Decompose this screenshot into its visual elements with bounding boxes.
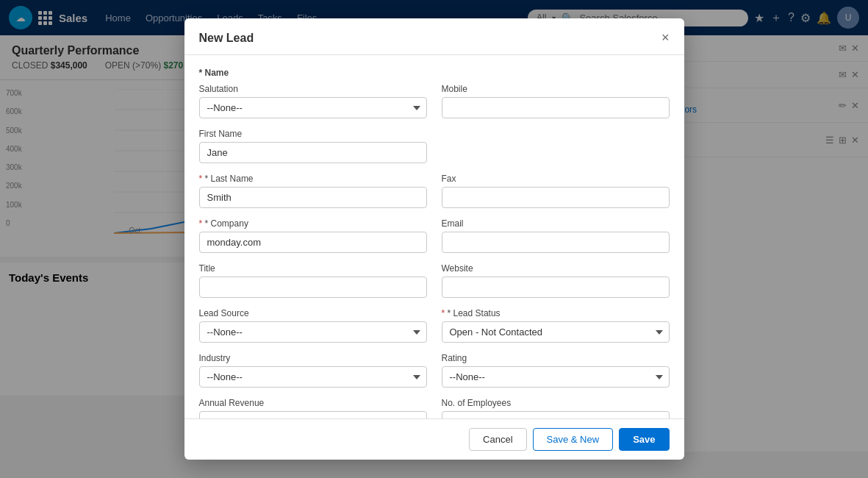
modal-overlay: New Lead × * Name Salutation --None-- Mr… — [0, 0, 868, 478]
cancel-button[interactable]: Cancel — [469, 428, 526, 451]
leadsource-leadstatus-row: Lead Source --None-- Web Phone Inquiry P… — [199, 308, 670, 343]
title-label: Title — [199, 263, 427, 274]
annual-revenue-col: Annual Revenue — [199, 398, 427, 418]
first-name-input[interactable] — [199, 142, 427, 163]
fax-col: Fax — [442, 174, 670, 208]
industry-rating-row: Industry --None-- Agriculture Apparel Ba… — [199, 353, 670, 388]
last-name-label: * Last Name — [199, 174, 427, 184]
modal-dialog: New Lead × * Name Salutation --None-- Mr… — [184, 18, 684, 460]
modal-close-button[interactable]: × — [661, 30, 670, 46]
last-name-fax-row: * Last Name Fax — [199, 174, 670, 208]
industry-label: Industry — [199, 353, 427, 363]
modal-body: * Name Salutation --None-- Mr. Ms. Mrs. … — [184, 55, 684, 418]
salutation-label: Salutation — [199, 84, 427, 94]
name-section-label: * Name — [199, 67, 670, 78]
fax-col-spacer — [442, 129, 670, 163]
lead-status-col: * Lead Status Open - Not Contacted Worki… — [442, 308, 670, 343]
fax-label: Fax — [442, 174, 670, 184]
rating-col: Rating --None-- Hot Warm Cold — [442, 353, 670, 388]
rating-select[interactable]: --None-- Hot Warm Cold — [442, 366, 670, 388]
mobile-input[interactable] — [442, 97, 670, 118]
salutation-mobile-row: Salutation --None-- Mr. Ms. Mrs. Dr. Pro… — [199, 84, 670, 118]
company-label: * Company — [199, 218, 427, 229]
website-input[interactable] — [442, 277, 670, 298]
no-of-employees-label: No. of Employees — [442, 398, 670, 408]
company-col: * Company — [199, 218, 427, 253]
title-input[interactable] — [199, 277, 427, 298]
email-input[interactable] — [442, 232, 670, 253]
modal-header: New Lead × — [184, 18, 684, 55]
lead-source-label: Lead Source — [199, 308, 427, 318]
annual-revenue-label: Annual Revenue — [199, 398, 427, 408]
mobile-col: Mobile — [442, 84, 670, 118]
company-email-row: * Company Email — [199, 218, 670, 253]
first-name-col: First Name — [199, 129, 427, 163]
lead-source-col: Lead Source --None-- Web Phone Inquiry P… — [199, 308, 427, 343]
modal-footer: Cancel Save & New Save — [184, 418, 684, 460]
save-and-new-button[interactable]: Save & New — [533, 428, 614, 451]
no-of-employees-input[interactable] — [442, 411, 670, 418]
salutation-select[interactable]: --None-- Mr. Ms. Mrs. Dr. Prof. — [199, 97, 427, 118]
last-name-col: * Last Name — [199, 174, 427, 208]
rating-label: Rating — [442, 353, 670, 363]
lead-source-select[interactable]: --None-- Web Phone Inquiry Partner Refer… — [199, 321, 427, 343]
mobile-label: Mobile — [442, 84, 670, 94]
fax-input[interactable] — [442, 187, 670, 208]
last-name-input[interactable] — [199, 187, 427, 208]
first-name-label: First Name — [199, 129, 427, 139]
no-of-employees-col: No. of Employees — [442, 398, 670, 418]
first-name-row: First Name — [199, 129, 670, 163]
title-col: Title — [199, 263, 427, 298]
modal-title: New Lead — [199, 32, 254, 45]
save-button[interactable]: Save — [619, 428, 669, 451]
lead-status-label: * Lead Status — [442, 308, 670, 318]
industry-col: Industry --None-- Agriculture Apparel Ba… — [199, 353, 427, 388]
company-input[interactable] — [199, 232, 427, 253]
title-website-row: Title Website — [199, 263, 670, 298]
website-col: Website — [442, 263, 670, 298]
annual-revenue-input[interactable] — [199, 411, 427, 418]
email-label: Email — [442, 218, 670, 229]
revenue-employees-row: Annual Revenue No. of Employees — [199, 398, 670, 418]
lead-status-select[interactable]: Open - Not Contacted Working - Contacted… — [442, 321, 670, 343]
website-label: Website — [442, 263, 670, 274]
email-col: Email — [442, 218, 670, 253]
industry-select[interactable]: --None-- Agriculture Apparel Banking Tec… — [199, 366, 427, 388]
salutation-col: Salutation --None-- Mr. Ms. Mrs. Dr. Pro… — [199, 84, 427, 118]
